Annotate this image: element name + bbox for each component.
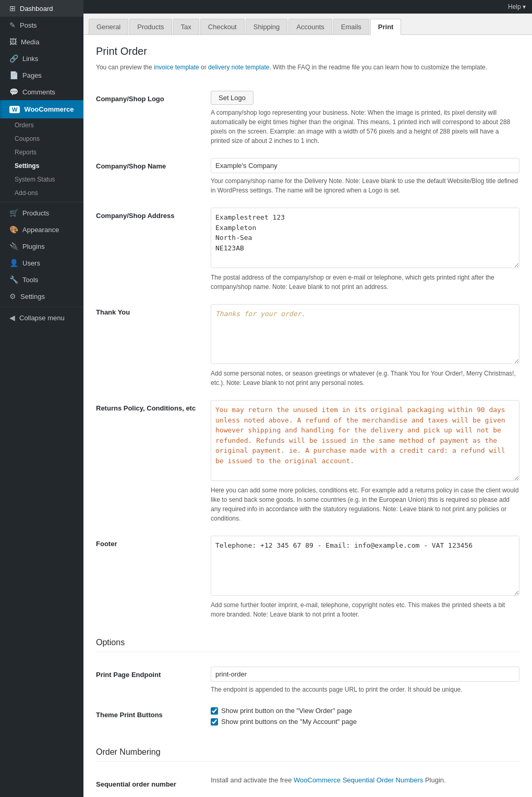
print-page-endpoint-desc: The endpoint is appended to the accounts… [211,685,519,694]
company-address-field: Examplestreet 123 Exampleton North-Sea N… [211,201,519,298]
order-numbering-heading: Order Numbering [96,747,519,762]
tab-accounts[interactable]: Accounts [288,19,332,34]
sequential-order-link[interactable]: WooCommerce Sequential Order Numbers [294,776,425,784]
checkbox-view-order[interactable] [211,707,218,715]
footer-row: Footer Telephone: +12 345 67 89 - Email:… [96,529,519,626]
invoice-template-link[interactable]: invoice template [154,64,199,71]
media-icon: 🖼 [9,38,17,46]
company-address-desc: The postal address of the company/shop o… [211,273,519,292]
sidebar-sub-add-ons[interactable]: Add-ons [0,186,83,200]
sidebar-item-posts[interactable]: ✎ Posts [0,17,83,33]
sidebar-sub-orders[interactable]: Orders [0,118,83,132]
help-bar: Help [83,0,532,14]
sidebar-collapse-menu[interactable]: ◀ Collapse menu [0,309,83,326]
sidebar-item-pages[interactable]: 📄 Pages [0,67,83,83]
tab-checkout[interactable]: Checkout [200,19,245,34]
company-name-row: Company/Shop Name Your company/shop name… [96,152,519,201]
plugins-icon: 🔌 [9,242,18,250]
theme-print-buttons-field: Show print button on the "View Order" pa… [211,701,519,735]
thank-you-field: Thanks for your order. Add some personal… [211,298,519,394]
company-logo-desc: A company/shop logo representing your bu… [211,108,519,146]
sequential-order-row: Sequential order number Install and acti… [96,770,519,796]
tab-emails[interactable]: Emails [333,19,369,34]
tab-general[interactable]: General [89,19,128,34]
tab-shipping[interactable]: Shipping [246,19,288,34]
tab-print[interactable]: Print [370,19,402,35]
returns-policy-desc: Here you can add some more policies, con… [211,486,519,523]
products-icon: 🛒 [9,209,18,217]
returns-policy-row: Returns Policy, Conditions, etc You may … [96,394,519,529]
sidebar-item-users[interactable]: 👤 Users [0,255,83,271]
checkbox-view-order-row: Show print button on the "View Order" pa… [211,707,519,715]
company-address-row: Company/Shop Address Examplestreet 123 E… [96,201,519,298]
sidebar-item-dashboard[interactable]: ⊞ Dashboard [0,0,83,17]
thank-you-row: Thank You Thanks for your order. Add som… [96,298,519,394]
company-logo-label: Company/Shop Logo [96,84,211,152]
collapse-icon: ◀ [9,313,15,322]
footer-field: Telephone: +12 345 67 89 - Email: info@e… [211,529,519,626]
checkbox-my-account-label: Show print buttons on the "My Account" p… [221,718,357,726]
sequential-order-text: Install and activate the free WooCommerc… [211,776,519,784]
set-logo-button[interactable]: Set Logo [211,91,253,105]
sidebar-item-plugins[interactable]: 🔌 Plugins [0,238,83,255]
settings-icon: ⚙ [9,292,16,300]
delivery-note-link[interactable]: delivery note template [208,64,269,71]
company-address-input[interactable]: Examplestreet 123 Exampleton North-Sea N… [211,208,519,268]
print-page-endpoint-row: Print Page Endpoint The endpoint is appe… [96,660,519,701]
checkbox-view-order-label: Show print button on the "View Order" pa… [221,707,352,715]
main-content: Help General Products Tax Checkout Shipp… [83,0,532,797]
company-name-label: Company/Shop Name [96,152,211,201]
footer-desc: Add some further footer imprint, e-mail,… [211,600,519,619]
returns-policy-field: You may return the unused item in its or… [211,394,519,529]
footer-label: Footer [96,529,211,626]
company-logo-row: Company/Shop Logo Set Logo A company/sho… [96,84,519,152]
theme-print-buttons-row: Theme Print Buttons Show print button on… [96,701,519,735]
sidebar-item-settings[interactable]: ⚙ Settings [0,288,83,305]
sidebar-item-tools[interactable]: 🔧 Tools [0,271,83,288]
thank-you-label: Thank You [96,298,211,394]
woo-icon: W [9,106,20,113]
sequential-order-field: Install and activate the free WooCommerc… [211,770,519,796]
sequential-order-label: Sequential order number [96,770,211,796]
print-page-endpoint-field: The endpoint is appended to the accounts… [211,660,519,701]
appearance-icon: 🎨 [9,225,18,234]
sidebar-item-comments[interactable]: 💬 Comments [0,83,83,100]
users-icon: 👤 [9,259,18,267]
sidebar-item-links[interactable]: 🔗 Links [0,50,83,67]
tab-tax[interactable]: Tax [173,19,199,34]
sidebar-sub-settings[interactable]: Settings [0,159,83,173]
theme-print-buttons-label: Theme Print Buttons [96,701,211,735]
settings-form: Company/Shop Logo Set Logo A company/sho… [96,84,519,625]
help-button[interactable]: Help [508,3,526,10]
intro-text: You can preview the invoice template or … [96,63,519,72]
sidebar-sub-coupons[interactable]: Coupons [0,132,83,146]
posts-icon: ✎ [9,21,16,29]
sidebar-sub-reports[interactable]: Reports [0,146,83,159]
footer-input[interactable]: Telephone: +12 345 67 89 - Email: info@e… [211,536,519,596]
company-logo-field: Set Logo A company/shop logo representin… [211,84,519,152]
sidebar-item-media[interactable]: 🖼 Media [0,33,83,50]
options-heading: Options [96,638,519,652]
returns-policy-label: Returns Policy, Conditions, etc [96,394,211,529]
returns-policy-input[interactable]: You may return the unused item in its or… [211,400,519,481]
sidebar-woocommerce[interactable]: W WooCommerce [0,100,83,118]
tools-icon: 🔧 [9,275,18,284]
pages-icon: 📄 [9,71,18,79]
sidebar-item-products[interactable]: 🛒 Products [0,204,83,221]
print-page-endpoint-input[interactable] [211,667,519,682]
links-icon: 🔗 [9,54,18,63]
thank-you-desc: Add some personal notes, or season greet… [211,369,519,388]
company-name-desc: Your company/shop name for the Delivery … [211,176,519,195]
tab-products[interactable]: Products [129,19,172,34]
checkbox-my-account[interactable] [211,718,218,726]
print-page-endpoint-label: Print Page Endpoint [96,660,211,701]
options-form: Print Page Endpoint The endpoint is appe… [96,660,519,735]
company-name-input[interactable] [211,158,519,173]
content-area: Print Order You can preview the invoice … [83,35,532,797]
company-name-field: Your company/shop name for the Delivery … [211,152,519,201]
order-numbering-form: Sequential order number Install and acti… [96,770,519,796]
company-address-label: Company/Shop Address [96,201,211,298]
thank-you-input[interactable]: Thanks for your order. [211,304,519,365]
sidebar-sub-system-status[interactable]: System Status [0,173,83,186]
sidebar-item-appearance[interactable]: 🎨 Appearance [0,221,83,238]
